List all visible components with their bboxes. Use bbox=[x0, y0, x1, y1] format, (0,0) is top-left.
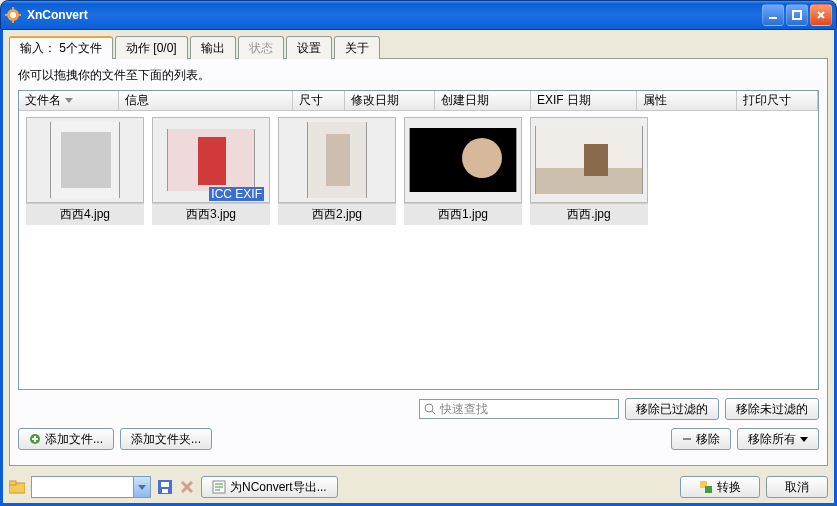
col-attr[interactable]: 属性 bbox=[637, 91, 737, 110]
add-folder-button[interactable]: 添加文件夹... bbox=[120, 428, 212, 450]
svg-rect-32 bbox=[161, 482, 169, 487]
svg-rect-6 bbox=[769, 17, 777, 19]
col-psize[interactable]: 打印尺寸 bbox=[737, 91, 818, 110]
svg-line-22 bbox=[432, 411, 435, 414]
convert-icon bbox=[699, 480, 713, 494]
svg-rect-15 bbox=[326, 134, 350, 186]
drag-hint: 你可以拖拽你的文件至下面的列表。 bbox=[18, 67, 819, 84]
minus-icon bbox=[682, 434, 692, 444]
file-name: 西西4.jpg bbox=[26, 203, 144, 225]
input-panel: 你可以拖拽你的文件至下面的列表。 文件名 信息 尺寸 修改日期 创建日期 EXI… bbox=[9, 58, 828, 466]
window-title: XnConvert bbox=[27, 8, 762, 22]
chevron-down-icon bbox=[800, 435, 808, 443]
list-item[interactable]: ICC EXIF 西西3.jpg bbox=[151, 117, 271, 225]
bottom-toolbar: 为NConvert导出... 转换 取消 bbox=[9, 474, 828, 500]
search-icon bbox=[424, 403, 436, 415]
svg-point-1 bbox=[10, 12, 16, 18]
delete-icon[interactable] bbox=[179, 479, 195, 495]
add-file-button[interactable]: 添加文件... bbox=[18, 428, 114, 450]
svg-rect-20 bbox=[584, 144, 608, 176]
svg-rect-41 bbox=[705, 486, 712, 493]
list-item[interactable]: 西西2.jpg bbox=[277, 117, 397, 225]
file-list: 文件名 信息 尺寸 修改日期 创建日期 EXIF 日期 属性 打印尺寸 西西4.… bbox=[18, 90, 819, 390]
svg-rect-33 bbox=[162, 489, 168, 493]
column-headers: 文件名 信息 尺寸 修改日期 创建日期 EXIF 日期 属性 打印尺寸 bbox=[19, 91, 818, 111]
svg-marker-30 bbox=[138, 485, 146, 490]
col-filename[interactable]: 文件名 bbox=[19, 91, 119, 110]
col-size[interactable]: 尺寸 bbox=[293, 91, 345, 110]
search-input[interactable]: 快速查找 bbox=[419, 399, 619, 419]
tab-bar: 输入： 5个文件 动作 [0/0] 输出 状态 设置 关于 bbox=[9, 36, 828, 58]
convert-button[interactable]: 转换 bbox=[680, 476, 760, 498]
col-exif[interactable]: EXIF 日期 bbox=[531, 91, 637, 110]
remove-button[interactable]: 移除 bbox=[671, 428, 731, 450]
tab-settings[interactable]: 设置 bbox=[286, 36, 332, 59]
tab-output[interactable]: 输出 bbox=[190, 36, 236, 59]
svg-rect-11 bbox=[61, 132, 111, 188]
svg-point-17 bbox=[462, 138, 502, 178]
close-button[interactable] bbox=[810, 4, 832, 26]
plus-icon bbox=[29, 433, 41, 445]
folder-icon[interactable] bbox=[9, 479, 25, 495]
remove-filtered-button[interactable]: 移除已过滤的 bbox=[625, 398, 719, 420]
sort-desc-icon bbox=[65, 98, 73, 103]
tab-input[interactable]: 输入： 5个文件 bbox=[9, 36, 113, 59]
remove-all-button[interactable]: 移除所有 bbox=[737, 428, 819, 450]
metadata-badges: ICC EXIF bbox=[209, 187, 264, 201]
list-item[interactable]: 西西.jpg bbox=[529, 117, 649, 225]
tab-status[interactable]: 状态 bbox=[238, 36, 284, 59]
list-item[interactable]: 西西4.jpg bbox=[25, 117, 145, 225]
cancel-button[interactable]: 取消 bbox=[766, 476, 828, 498]
col-mdate[interactable]: 修改日期 bbox=[345, 91, 435, 110]
svg-point-21 bbox=[425, 404, 433, 412]
save-icon[interactable] bbox=[157, 479, 173, 495]
tab-about[interactable]: 关于 bbox=[334, 36, 380, 59]
maximize-button[interactable] bbox=[786, 4, 808, 26]
minimize-button[interactable] bbox=[762, 4, 784, 26]
titlebar: XnConvert bbox=[0, 0, 837, 30]
col-info[interactable]: 信息 bbox=[119, 91, 293, 110]
chevron-down-icon bbox=[138, 483, 146, 491]
file-name: 西西2.jpg bbox=[278, 203, 396, 225]
svg-rect-13 bbox=[198, 137, 226, 185]
file-name: 西西1.jpg bbox=[404, 203, 522, 225]
file-name: 西西3.jpg bbox=[152, 203, 270, 225]
remove-unfiltered-button[interactable]: 移除未过滤的 bbox=[725, 398, 819, 420]
tab-action[interactable]: 动作 [0/0] bbox=[115, 36, 188, 59]
col-cdate[interactable]: 创建日期 bbox=[435, 91, 531, 110]
script-icon bbox=[212, 480, 226, 494]
thumbnail-area[interactable]: 西西4.jpg ICC EXIF 西西3.jpg 西西2.jpg 西西1.jpg bbox=[19, 111, 818, 389]
file-name: 西西.jpg bbox=[530, 203, 648, 225]
svg-rect-7 bbox=[793, 11, 801, 19]
preset-combo[interactable] bbox=[31, 476, 151, 498]
app-icon bbox=[5, 7, 21, 23]
export-nconvert-button[interactable]: 为NConvert导出... bbox=[201, 476, 338, 498]
svg-marker-27 bbox=[800, 437, 808, 442]
list-item[interactable]: 西西1.jpg bbox=[403, 117, 523, 225]
svg-rect-29 bbox=[9, 481, 16, 485]
